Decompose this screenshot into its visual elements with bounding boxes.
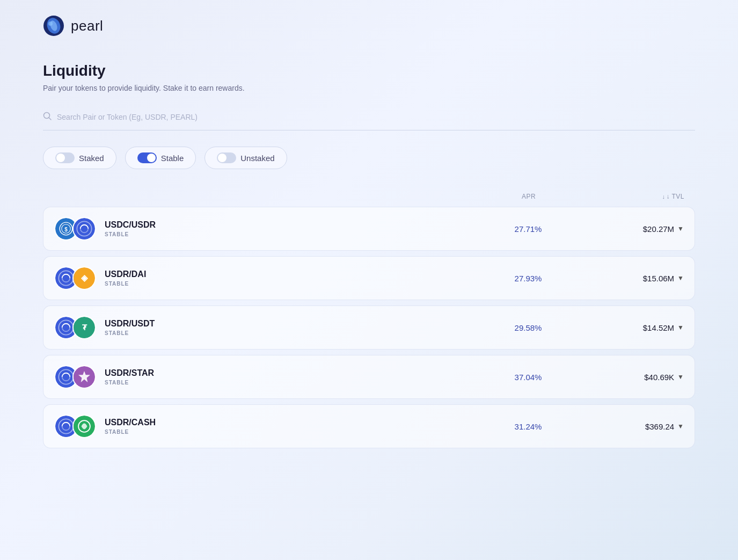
table-row[interactable]: USDR/CASH STABLE 31.24% $369.24 ▼ bbox=[43, 404, 695, 448]
pair-info: USDR/USDT STABLE bbox=[105, 319, 480, 336]
table-rows: $ USDC/USDR STABLE 27.71% $20.27M ▼ ◈ bbox=[43, 207, 695, 448]
search-icon bbox=[43, 112, 52, 122]
pair-name: USDR/USDT bbox=[105, 319, 480, 329]
pair-apr: 31.24% bbox=[480, 422, 576, 431]
sort-icon: ↓ bbox=[662, 193, 665, 200]
stable-switch bbox=[137, 152, 157, 163]
pair-type: STABLE bbox=[105, 380, 480, 386]
chevron-down-icon[interactable]: ▼ bbox=[677, 324, 684, 331]
table-header: APR ↓ ↓ TVL bbox=[43, 188, 695, 205]
stable-toggle[interactable]: Stable bbox=[125, 147, 196, 169]
col-header-tvl: ↓ ↓ TVL bbox=[577, 193, 684, 200]
pair-type: STABLE bbox=[105, 330, 480, 336]
pair-name: USDC/USDR bbox=[105, 220, 480, 230]
pair-tvl: $40.69K ▼ bbox=[576, 373, 684, 382]
pair-apr: 27.71% bbox=[480, 224, 576, 234]
pair-info: USDR/DAI STABLE bbox=[105, 270, 480, 287]
pair-type: STABLE bbox=[105, 231, 480, 237]
unstaked-toggle[interactable]: Unstaked bbox=[204, 147, 287, 169]
stable-label: Stable bbox=[161, 154, 184, 163]
pair-name: USDR/STAR bbox=[105, 368, 480, 378]
staked-switch bbox=[55, 152, 75, 163]
staked-knob bbox=[56, 154, 65, 162]
pair-icons bbox=[54, 365, 96, 389]
search-input[interactable] bbox=[57, 113, 245, 121]
col-header-apr: APR bbox=[480, 193, 577, 200]
chevron-down-icon[interactable]: ▼ bbox=[677, 423, 684, 430]
pair-info: USDR/STAR STABLE bbox=[105, 368, 480, 386]
staked-toggle[interactable]: Staked bbox=[43, 147, 116, 169]
table-row[interactable]: ◈ USDR/DAI STABLE 27.93% $15.06M ▼ bbox=[43, 256, 695, 300]
staked-label: Staked bbox=[79, 154, 104, 163]
page-title: Liquidity bbox=[43, 62, 695, 79]
unstaked-switch bbox=[217, 152, 236, 163]
pair-type: STABLE bbox=[105, 429, 480, 435]
filters-row: Staked Stable Unstaked bbox=[43, 147, 695, 169]
stable-knob bbox=[147, 154, 156, 162]
pair-icons bbox=[54, 414, 96, 438]
chevron-down-icon[interactable]: ▼ bbox=[677, 274, 684, 282]
pair-icons: ₮ bbox=[54, 316, 96, 339]
pair-name: USDR/DAI bbox=[105, 270, 480, 279]
pair-tvl: $20.27M ▼ bbox=[576, 224, 684, 234]
svg-point-3 bbox=[48, 21, 53, 26]
pair-apr: 37.04% bbox=[480, 373, 576, 382]
chevron-down-icon[interactable]: ▼ bbox=[677, 225, 684, 232]
pair-icons: $ bbox=[54, 217, 96, 241]
logo-text: pearl bbox=[71, 18, 103, 34]
pair-tvl: $15.06M ▼ bbox=[576, 274, 684, 283]
chevron-down-icon[interactable]: ▼ bbox=[677, 373, 684, 381]
search-container bbox=[43, 112, 695, 130]
header: pearl bbox=[0, 0, 738, 52]
page-subtitle: Pair your tokens to provide liquidity. S… bbox=[43, 84, 695, 92]
pair-apr: 27.93% bbox=[480, 274, 576, 283]
svg-line-5 bbox=[49, 118, 51, 120]
liquidity-table: APR ↓ ↓ TVL $ USDC/USDR STABLE 27.71% $2… bbox=[43, 188, 695, 448]
svg-text:₮: ₮ bbox=[82, 324, 87, 332]
pair-icons: ◈ bbox=[54, 266, 96, 290]
pair-type: STABLE bbox=[105, 281, 480, 287]
main-content: Liquidity Pair your tokens to provide li… bbox=[0, 52, 738, 464]
svg-text:$: $ bbox=[64, 227, 68, 232]
pair-tvl: $14.52M ▼ bbox=[576, 323, 684, 332]
unstaked-knob bbox=[218, 154, 226, 162]
table-row[interactable]: USDR/STAR STABLE 37.04% $40.69K ▼ bbox=[43, 355, 695, 399]
table-row[interactable]: ₮ USDR/USDT STABLE 29.58% $14.52M ▼ bbox=[43, 306, 695, 350]
logo-icon bbox=[43, 15, 64, 37]
pair-name: USDR/CASH bbox=[105, 418, 480, 427]
pair-info: USDR/CASH STABLE bbox=[105, 418, 480, 435]
pair-apr: 29.58% bbox=[480, 323, 576, 332]
pair-info: USDC/USDR STABLE bbox=[105, 220, 480, 237]
tvl-label: ↓ TVL bbox=[666, 193, 684, 200]
table-row[interactable]: $ USDC/USDR STABLE 27.71% $20.27M ▼ bbox=[43, 207, 695, 251]
svg-text:◈: ◈ bbox=[81, 273, 89, 282]
unstaked-label: Unstaked bbox=[240, 154, 274, 163]
pair-tvl: $369.24 ▼ bbox=[576, 422, 684, 431]
